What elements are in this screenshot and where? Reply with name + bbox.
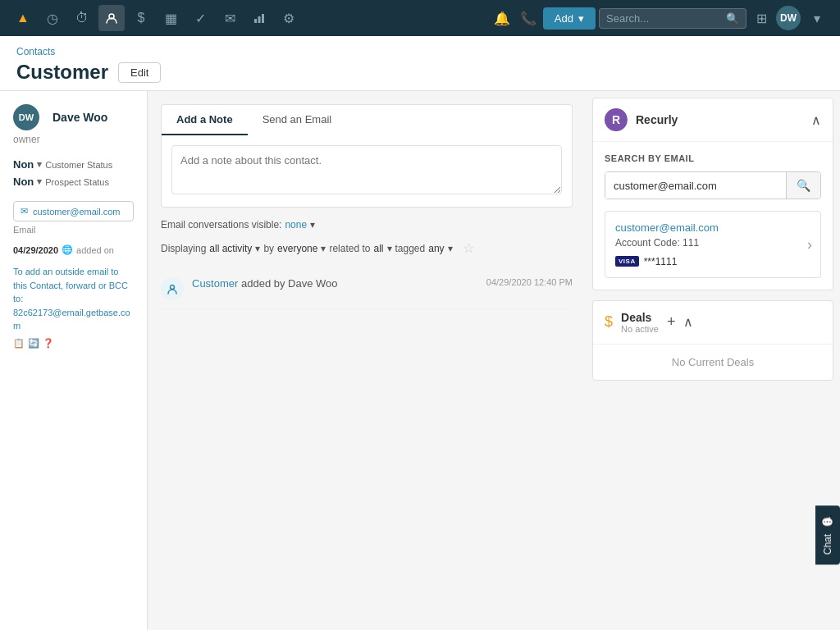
tagged-dropdown-icon[interactable]: ▾ <box>448 243 453 254</box>
email-icon: ✉ <box>21 206 28 217</box>
activity-item: Customer added by Dave Woo 04/29/2020 12… <box>161 269 573 309</box>
prospect-status-item[interactable]: Non ▾ Prospect Status <box>13 176 134 188</box>
search-input[interactable] <box>606 12 721 25</box>
page-title: Customer <box>16 61 108 84</box>
all-activity-filter[interactable]: all activity <box>209 243 252 254</box>
svg-point-4 <box>171 285 175 290</box>
email-filter-dropdown-icon[interactable]: ▾ <box>310 219 315 231</box>
deals-title: Deals <box>621 311 659 324</box>
prospect-status-dropdown-icon: ▾ <box>37 176 42 187</box>
add-dropdown-icon: ▾ <box>578 12 584 25</box>
owner-label: owner <box>13 134 134 145</box>
notifications-icon[interactable]: 🔔 <box>491 7 514 30</box>
customer-status-dropdown-icon: ▾ <box>37 159 42 170</box>
recurly-panel-title: Recurly <box>636 113 803 126</box>
activity-item-text: Customer added by Dave Woo <box>192 277 478 290</box>
tab-add-note[interactable]: Add a Note <box>162 105 248 135</box>
result-account: Account Code: 111 <box>615 237 810 249</box>
contact-name: Dave Woo <box>52 104 107 130</box>
tasks-icon[interactable]: ✓ <box>187 5 213 31</box>
timer-icon[interactable]: ⏱ <box>69 5 95 31</box>
breadcrumb[interactable]: Contacts <box>16 46 824 57</box>
deals-add-icon[interactable]: + <box>667 313 676 331</box>
contact-avatar: DW <box>13 104 39 130</box>
related-to-filter[interactable]: all <box>373 243 383 254</box>
calendar-icon[interactable]: ▦ <box>158 5 184 31</box>
settings-icon[interactable]: ⚙ <box>276 5 302 31</box>
tagged-filter[interactable]: any <box>428 243 444 254</box>
right-panel: R Recurly ∧ SEARCH BY EMAIL 🔍 customer@e… <box>586 91 840 630</box>
page-container: Contacts Customer Edit DW Dave Woo owner… <box>0 36 840 630</box>
grid-icon[interactable]: ⊞ <box>750 7 773 30</box>
search-bar[interactable]: 🔍 <box>599 8 746 29</box>
contacts-icon[interactable] <box>98 5 125 31</box>
note-textarea[interactable] <box>171 145 562 194</box>
main-content: DW Dave Woo owner Non ▾ Customer Status … <box>0 91 840 630</box>
center-content: Add a Note Send an Email Email conversat… <box>148 91 586 630</box>
date-added: 04/29/2020 🌐 added on <box>13 244 134 255</box>
everyone-filter[interactable]: everyone <box>277 243 317 254</box>
activity-item-icon <box>161 277 184 300</box>
top-navigation: ▲ ◷ ⏱ $ ▦ ✓ ✉ ⚙ 🔔 📞 Add ▾ 🔍 ⊞ DW ▾ <box>0 0 840 36</box>
recurly-panel-header: R Recurly ∧ <box>593 98 833 142</box>
email-badge[interactable]: ✉ customer@email.com <box>13 201 134 221</box>
note-area <box>161 135 573 208</box>
svg-rect-2 <box>258 16 261 23</box>
deals-card: $ Deals No active + ∧ No Current Deals <box>592 300 833 381</box>
recurly-collapse-icon[interactable]: ∧ <box>811 112 821 128</box>
page-title-row: Customer Edit <box>16 61 824 84</box>
activity-filter: Displaying all activity ▾ by everyone ▾ … <box>161 240 573 256</box>
billing-icon[interactable]: $ <box>128 5 154 31</box>
search-by-email-label: SEARCH BY EMAIL <box>605 153 821 163</box>
svg-rect-1 <box>254 19 257 23</box>
info-icon[interactable]: ❓ <box>43 336 54 350</box>
refresh-icon[interactable]: 🔄 <box>28 336 39 350</box>
everyone-dropdown-icon[interactable]: ▾ <box>321 243 326 254</box>
email-filter-bar: Email conversations visible: none ▾ <box>161 219 573 231</box>
phone-icon[interactable]: 📞 <box>517 7 540 30</box>
recurly-search-input[interactable] <box>605 172 786 199</box>
deals-subtitle: No active <box>621 324 659 334</box>
result-email[interactable]: customer@email.com <box>615 221 810 234</box>
recurly-icon: R <box>605 108 628 131</box>
recurly-search-button[interactable]: 🔍 <box>786 172 820 199</box>
forward-email[interactable]: 82c62173@email.getbase.com <box>13 308 130 331</box>
all-activity-dropdown-icon[interactable]: ▾ <box>255 243 260 254</box>
page-header: Contacts Customer Edit <box>0 36 840 91</box>
recurly-panel-body: SEARCH BY EMAIL 🔍 customer@email.com Acc… <box>593 142 833 290</box>
email-label: Email <box>13 225 134 235</box>
user-avatar[interactable]: DW <box>776 6 801 30</box>
recurly-result-card: customer@email.com Account Code: 111 VIS… <box>605 211 821 278</box>
edit-button[interactable]: Edit <box>118 62 161 83</box>
chat-widget[interactable]: Chat 💬 <box>815 505 840 564</box>
user-menu-dropdown-icon[interactable]: ▾ <box>804 5 830 31</box>
customer-status-item[interactable]: Non ▾ Customer Status <box>13 158 134 171</box>
recurly-search-row: 🔍 <box>605 171 821 199</box>
card-badge: VISA ***1111 <box>615 256 677 267</box>
chat-icon: 💬 <box>822 515 833 527</box>
copy-icon[interactable]: 📋 <box>13 336 25 350</box>
status-group: Non ▾ Customer Status Non ▾ Prospect Sta… <box>13 158 134 188</box>
left-sidebar: DW Dave Woo owner Non ▾ Customer Status … <box>0 91 148 630</box>
add-button[interactable]: Add ▾ <box>543 7 596 30</box>
forward-info: To add an outside email to this Contact,… <box>13 265 134 349</box>
tab-send-email[interactable]: Send an Email <box>248 105 347 135</box>
email-visible-filter[interactable]: none <box>285 219 307 231</box>
reports-icon[interactable] <box>246 5 272 31</box>
deals-collapse-icon[interactable]: ∧ <box>683 314 693 330</box>
dashboard-icon[interactable]: ◷ <box>39 5 66 31</box>
activity-item-timestamp: 04/29/2020 12:40 PM <box>486 277 573 287</box>
result-card-arrow-icon[interactable]: › <box>807 235 812 253</box>
brand-logo-icon[interactable]: ▲ <box>10 5 36 31</box>
related-dropdown-icon[interactable]: ▾ <box>387 243 392 254</box>
globe-icon: 🌐 <box>62 244 73 255</box>
visa-logo: VISA <box>615 256 639 267</box>
svg-rect-3 <box>262 14 264 23</box>
activity-list: Customer added by Dave Woo 04/29/2020 12… <box>161 269 573 309</box>
contact-header: DW Dave Woo <box>13 104 134 130</box>
activity-contact-link[interactable]: Customer <box>192 277 238 290</box>
favorite-filter-icon[interactable]: ☆ <box>463 240 474 256</box>
messages-icon[interactable]: ✉ <box>217 5 243 31</box>
deals-icon: $ <box>605 313 613 331</box>
recurly-card: R Recurly ∧ SEARCH BY EMAIL 🔍 customer@e… <box>592 98 833 290</box>
